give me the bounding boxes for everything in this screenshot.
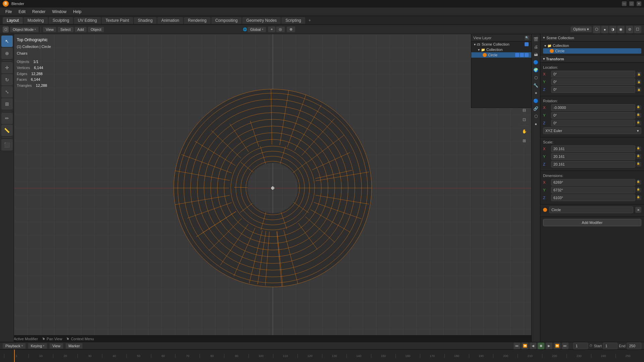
marker-dropdown[interactable]: Marker [66, 343, 83, 349]
next-keyframe-btn[interactable]: ⏩ [554, 343, 560, 349]
options-button[interactable]: Options ▾ [571, 26, 592, 32]
ruler-tick[interactable]: 80 [200, 354, 224, 358]
ruler-tick[interactable]: 160 [395, 354, 420, 358]
ruler-tick[interactable]: 10 [29, 354, 53, 358]
ruler-tick[interactable]: 190 [469, 354, 493, 358]
snap-button[interactable]: ⌖ [268, 26, 275, 32]
location-z-input[interactable]: 0° [551, 86, 635, 93]
ruler-tick[interactable]: 210 [518, 354, 542, 358]
menu-window[interactable]: Window [49, 9, 69, 15]
menu-file[interactable]: File [3, 9, 14, 15]
rot-z-lock[interactable]: 🔒 [637, 121, 641, 125]
playback-dropdown[interactable]: Playback ▾ [3, 343, 25, 349]
view-layer-properties-icon[interactable]: 🏔 [532, 51, 540, 58]
tab-scripting[interactable]: Scripting [281, 17, 305, 24]
location-x-input[interactable]: 0° [551, 71, 635, 77]
move-tool[interactable]: ✛ [1, 62, 13, 73]
outliner-scene-collection[interactable]: ▾ 🗃 Scene Collection [471, 42, 531, 47]
particles-icon[interactable]: ✦ [532, 89, 540, 97]
ruler-tick[interactable]: 1 [4, 354, 29, 358]
rotation-z-input[interactable]: 0° [551, 120, 635, 126]
timeline-view-dropdown[interactable]: View [50, 343, 63, 349]
transform-tool[interactable]: ⊞ [1, 98, 13, 110]
dim-z-lock[interactable]: 🔒 [637, 195, 641, 200]
scale-z-lock[interactable]: 🔒 [637, 162, 641, 167]
location-y-input[interactable]: 0° [551, 78, 635, 85]
scene-collection-item[interactable]: ▾ 📁 Collection [543, 43, 641, 48]
add-cube-tool[interactable]: ⬛ [1, 139, 13, 150]
scene-circle-item[interactable]: Circle [543, 48, 641, 54]
play-reverse-btn[interactable]: ◀ [530, 343, 536, 349]
jump-to-end-btn[interactable]: ⏭ [562, 343, 569, 349]
torus-mesh[interactable] [169, 84, 377, 292]
close-button[interactable]: ✕ [637, 1, 641, 6]
stop-btn[interactable]: ⏹ [538, 343, 544, 349]
annotate-tool[interactable]: ✏ [1, 113, 13, 124]
scale-x-lock[interactable]: 🔒 [637, 146, 641, 151]
start-frame-input[interactable]: 1 [603, 343, 618, 349]
timeline-ruler[interactable]: 1102030405060708090100110120130140150160… [0, 350, 644, 362]
ruler-tick[interactable]: 90 [224, 354, 249, 358]
prev-keyframe-btn[interactable]: ⏪ [522, 343, 528, 349]
ruler-tick[interactable]: 110 [273, 354, 298, 358]
physics-icon[interactable]: 🔵 [532, 97, 540, 105]
loc-x-lock[interactable]: 🔒 [637, 72, 641, 76]
rendered-btn[interactable]: ◉ [617, 26, 625, 33]
keying-dropdown[interactable]: Keying ▾ [28, 343, 47, 349]
object-expand-btn[interactable]: ✕ [635, 207, 641, 213]
play-btn[interactable]: ▶ [546, 343, 552, 349]
scene-properties-icon[interactable]: 🔵 [532, 59, 540, 66]
ruler-tick[interactable]: 30 [77, 354, 102, 358]
add-workspace-button[interactable]: + [306, 17, 314, 24]
dim-x-input[interactable]: 6269° [551, 179, 635, 186]
end-frame-input[interactable]: 250 [627, 343, 641, 349]
ruler-tick[interactable]: 230 [567, 354, 591, 358]
global-dropdown[interactable]: Global ▾ [248, 27, 266, 32]
measure-tool[interactable]: 📏 [1, 125, 13, 136]
cursor-tool[interactable]: ⊕ [1, 48, 13, 59]
overlay-btn[interactable]: ⊘ [626, 26, 633, 33]
ruler-tick[interactable]: 120 [298, 354, 322, 358]
rot-y-lock[interactable]: 🔒 [637, 113, 641, 118]
modifier-properties-icon[interactable]: 🔧 [532, 82, 540, 89]
transform-pivot[interactable]: ⊕ [287, 26, 295, 32]
ruler-tick[interactable]: 150 [371, 354, 395, 358]
loc-z-lock[interactable]: 🔒 [637, 87, 641, 92]
minimize-button[interactable]: — [622, 1, 627, 6]
material-preview-btn[interactable]: ◑ [609, 26, 616, 33]
dim-x-lock[interactable]: 🔒 [637, 180, 641, 185]
ruler-tick[interactable]: 130 [322, 354, 346, 358]
jump-to-start-btn[interactable]: ⏮ [514, 343, 520, 349]
rot-x-lock[interactable]: 🔒 [637, 105, 641, 110]
ruler-tick[interactable]: 100 [249, 354, 273, 358]
ruler-tick[interactable]: 60 [151, 354, 175, 358]
tab-rendering[interactable]: Rendering [184, 17, 210, 24]
xray-btn[interactable]: ☐ [634, 26, 641, 33]
rotate-tool[interactable]: ↻ [1, 74, 13, 85]
tab-modeling[interactable]: Modeling [23, 17, 48, 24]
add-menu[interactable]: Add [75, 27, 87, 32]
menu-help[interactable]: Help [70, 9, 84, 15]
transform-panel-header[interactable]: ▾ Transform [540, 55, 644, 63]
tab-shading[interactable]: Shading [134, 17, 157, 24]
current-frame-input[interactable]: 1 [573, 343, 588, 349]
scale-y-lock[interactable]: 🔒 [637, 154, 641, 159]
render-properties-icon[interactable]: 🎬 [532, 36, 540, 43]
outliner-collection[interactable]: ▾ 📁 Collection [471, 47, 531, 52]
object-properties-icon[interactable]: ⬡ [532, 74, 540, 81]
select-tool[interactable]: ↖ [1, 36, 13, 47]
ruler-tick[interactable]: 220 [542, 354, 567, 358]
ruler-tick[interactable]: 40 [102, 354, 126, 358]
view-menu[interactable]: View [43, 27, 56, 32]
dim-y-input[interactable]: 6732° [551, 187, 635, 193]
outliner-circle[interactable]: Circle [471, 52, 531, 58]
viewport-3d[interactable]: Top Orthographic (1) Collection | Circle… [14, 34, 531, 342]
pan-btn[interactable]: ✋ [520, 127, 529, 136]
dim-z-input[interactable]: 6103° [551, 194, 635, 201]
ruler-tick[interactable]: 170 [420, 354, 444, 358]
world-properties-icon[interactable]: 🌍 [532, 66, 540, 74]
tab-animation[interactable]: Animation [157, 17, 183, 24]
maximize-button[interactable]: □ [629, 1, 634, 6]
ruler-tick[interactable]: 20 [53, 354, 77, 358]
loc-y-lock[interactable]: 🔒 [637, 79, 641, 84]
